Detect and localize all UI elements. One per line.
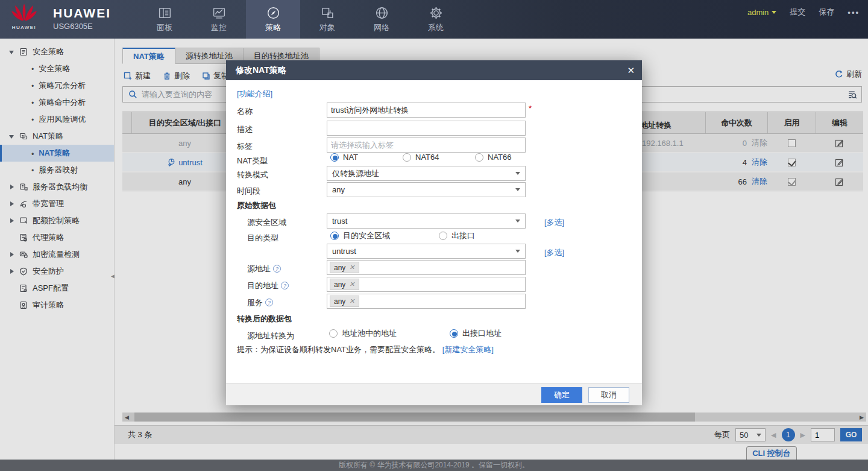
- tag-label: 标签: [237, 141, 253, 152]
- service-input[interactable]: any: [327, 294, 526, 309]
- dest-type-label: 目的类型: [247, 233, 278, 244]
- help-icon[interactable]: [273, 265, 281, 273]
- gear-icon: [429, 5, 444, 21]
- close-icon[interactable]: ✕: [627, 60, 635, 80]
- name-label: 名称: [237, 106, 253, 117]
- username: admin: [747, 8, 769, 17]
- remove-chip-icon[interactable]: [349, 297, 354, 305]
- address-chip: any: [330, 279, 359, 290]
- time-range-select[interactable]: any: [327, 182, 526, 197]
- user-menu[interactable]: admin: [747, 8, 776, 17]
- tag-input[interactable]: [327, 138, 526, 153]
- description-input[interactable]: [327, 121, 526, 136]
- new-security-policy-link[interactable]: [新建安全策略]: [442, 345, 494, 354]
- help-icon[interactable]: [281, 282, 289, 289]
- compass-icon: [266, 5, 281, 21]
- dest-type-radio-interface[interactable]: 出接口: [439, 230, 475, 241]
- src-translate-radio-interface[interactable]: 出接口地址: [450, 328, 502, 339]
- src-zone-multi-link[interactable]: [多选]: [544, 217, 564, 228]
- nav-item-policy[interactable]: 策略: [246, 0, 300, 39]
- radio-icon: [330, 153, 339, 162]
- huawei-logo: HUAWEI: [8, 3, 40, 30]
- header-actions: admin 提交 保存 •••: [747, 0, 860, 24]
- nav-item-object[interactable]: 对象: [300, 0, 354, 39]
- nav-item-dashboard[interactable]: 面板: [137, 0, 192, 39]
- feature-intro-link[interactable]: [功能介绍]: [237, 89, 272, 100]
- dst-address-input[interactable]: any: [327, 277, 526, 292]
- dest-zone-multi-link[interactable]: [多选]: [544, 247, 564, 258]
- device-model: USG6305E: [53, 22, 111, 31]
- radio-icon: [403, 153, 411, 162]
- src-zone-label: 源安全区域: [247, 217, 286, 228]
- address-chip: any: [330, 262, 359, 273]
- radio-icon: [330, 232, 339, 240]
- nav-item-monitor[interactable]: 监控: [192, 0, 246, 39]
- src-translate-label: 源地址转换为: [247, 330, 294, 341]
- remove-chip-icon[interactable]: [349, 280, 354, 288]
- modify-nat-policy-dialog: 修改NAT策略 ✕ [功能介绍] 名称 * 描述 标签 NAT类型 NAT NA…: [226, 60, 642, 405]
- dashboard-icon: [157, 5, 172, 21]
- copyright-bar: 版权所有 © 华为技术有限公司2014-2019 。保留一切权利。: [0, 460, 868, 471]
- brand-block: HUAWEI USG6305E: [53, 6, 111, 31]
- app-root: HUAWEI HUAWEI USG6305E 面板 监控 策略 对象: [0, 0, 868, 471]
- dialog-title: 修改NAT策略: [226, 60, 642, 80]
- more-menu-icon[interactable]: •••: [848, 8, 860, 17]
- radio-icon: [475, 153, 483, 162]
- top-header: HUAWEI HUAWEI USG6305E 面板 监控 策略 对象: [0, 0, 868, 39]
- nav-item-system[interactable]: 系统: [409, 0, 463, 39]
- translated-packet-section: 转换后的数据包: [237, 314, 292, 324]
- service-label: 服务: [247, 297, 273, 308]
- brand-name: HUAWEI: [53, 6, 111, 21]
- required-mark: *: [529, 104, 532, 113]
- dialog-footer: 确定 取消: [226, 383, 642, 405]
- nat-type-label: NAT类型: [237, 156, 268, 166]
- logo-wordmark: HUAWEI: [8, 25, 40, 30]
- src-translate-radio-pool[interactable]: 地址池中的地址: [329, 328, 397, 339]
- object-icon: [320, 5, 335, 21]
- chevron-down-icon: [515, 188, 520, 191]
- remove-chip-icon[interactable]: [349, 264, 354, 271]
- original-packet-section: 原始数据包: [237, 200, 276, 211]
- name-input[interactable]: [327, 103, 526, 118]
- description-label: 描述: [237, 124, 253, 135]
- nat-type-radio-nat64[interactable]: NAT64: [403, 153, 439, 162]
- radio-icon: [450, 329, 458, 338]
- src-address-input[interactable]: any: [327, 260, 526, 275]
- dest-zone-select[interactable]: untrust: [327, 244, 526, 259]
- radio-icon: [329, 329, 338, 338]
- submit-button[interactable]: 提交: [790, 7, 805, 17]
- dest-type-radio-zone[interactable]: 目的安全区域: [330, 230, 390, 241]
- chevron-down-icon: [515, 250, 520, 253]
- chevron-down-icon: [515, 172, 520, 175]
- radio-icon: [439, 232, 447, 240]
- chevron-down-icon: [515, 220, 520, 223]
- help-icon[interactable]: [265, 299, 273, 306]
- src-address-label: 源地址: [247, 264, 281, 274]
- translate-mode-select[interactable]: 仅转换源地址: [327, 166, 526, 181]
- cancel-button[interactable]: 取消: [588, 387, 629, 403]
- dst-address-label: 目的地址: [247, 280, 289, 291]
- top-navigation: 面板 监控 策略 对象 网络 系统: [137, 0, 463, 39]
- time-range-label: 时间段: [237, 186, 260, 197]
- address-chip: any: [330, 296, 359, 307]
- nav-item-network[interactable]: 网络: [354, 0, 409, 39]
- chevron-down-icon: [772, 11, 776, 14]
- save-button[interactable]: 保存: [819, 7, 834, 17]
- translate-mode-label: 转换模式: [237, 169, 268, 180]
- ok-button[interactable]: 确定: [541, 387, 582, 403]
- src-zone-select[interactable]: trust: [327, 213, 526, 229]
- globe-icon: [374, 5, 389, 21]
- huawei-logo-icon: [11, 3, 37, 22]
- nat-type-radio-nat[interactable]: NAT: [330, 153, 358, 162]
- monitor-icon: [212, 5, 227, 21]
- nat-type-radio-nat66[interactable]: NAT66: [475, 153, 512, 162]
- tip-text: 提示：为保证设备顺利转发NAT业务，需要配置安全策略。 [新建安全策略]: [237, 344, 494, 355]
